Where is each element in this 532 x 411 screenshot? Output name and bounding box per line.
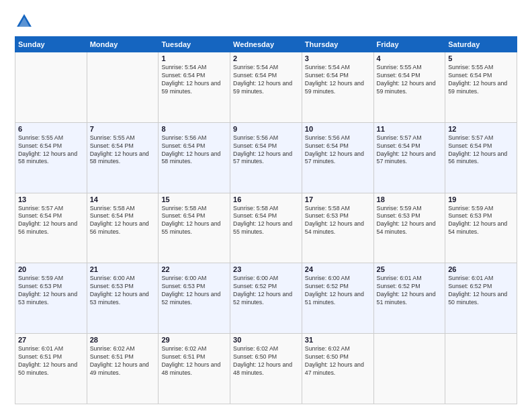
day-info: Sunrise: 5:56 AMSunset: 6:54 PMDaylight:… [161, 134, 227, 167]
day-info: Sunrise: 6:00 AMSunset: 6:53 PMDaylight:… [161, 275, 227, 307]
day-cell: 25Sunrise: 6:01 AMSunset: 6:52 PMDayligh… [373, 263, 445, 334]
day-cell: 1Sunrise: 5:54 AMSunset: 6:54 PMDaylight… [159, 52, 230, 123]
day-number: 25 [377, 265, 443, 273]
day-cell: 2Sunrise: 5:54 AMSunset: 6:54 PMDaylight… [230, 52, 302, 123]
col-header-monday: Monday [87, 37, 159, 52]
day-info: Sunrise: 5:58 AMSunset: 6:53 PMDaylight:… [305, 205, 371, 237]
day-info: Sunrise: 5:59 AMSunset: 6:53 PMDaylight:… [377, 205, 443, 237]
day-cell [15, 52, 87, 123]
day-info: Sunrise: 5:56 AMSunset: 6:54 PMDaylight:… [233, 134, 299, 167]
day-info: Sunrise: 5:57 AMSunset: 6:54 PMDaylight:… [448, 134, 514, 167]
day-number: 21 [90, 265, 156, 273]
day-cell: 24Sunrise: 6:00 AMSunset: 6:52 PMDayligh… [302, 263, 373, 334]
day-cell [445, 334, 517, 404]
day-info: Sunrise: 6:02 AMSunset: 6:51 PMDaylight:… [161, 345, 227, 377]
day-cell: 28Sunrise: 6:02 AMSunset: 6:51 PMDayligh… [87, 334, 159, 404]
col-header-saturday: Saturday [445, 37, 517, 52]
day-number: 9 [233, 125, 299, 133]
day-cell: 14Sunrise: 5:58 AMSunset: 6:54 PMDayligh… [87, 193, 159, 263]
day-cell: 22Sunrise: 6:00 AMSunset: 6:53 PMDayligh… [159, 263, 230, 334]
header [15, 12, 517, 31]
day-info: Sunrise: 5:58 AMSunset: 6:54 PMDaylight:… [233, 205, 299, 237]
day-info: Sunrise: 6:02 AMSunset: 6:50 PMDaylight:… [305, 345, 371, 377]
day-number: 24 [305, 265, 371, 273]
day-cell: 11Sunrise: 5:57 AMSunset: 6:54 PMDayligh… [373, 122, 445, 193]
day-number: 10 [305, 125, 371, 133]
day-cell: 30Sunrise: 6:02 AMSunset: 6:50 PMDayligh… [230, 334, 302, 404]
day-number: 5 [448, 54, 514, 62]
col-header-wednesday: Wednesday [230, 37, 302, 52]
calendar-body: 1Sunrise: 5:54 AMSunset: 6:54 PMDaylight… [15, 52, 517, 404]
day-cell: 17Sunrise: 5:58 AMSunset: 6:53 PMDayligh… [302, 193, 373, 263]
day-cell: 23Sunrise: 6:00 AMSunset: 6:52 PMDayligh… [230, 263, 302, 334]
day-info: Sunrise: 5:58 AMSunset: 6:54 PMDaylight:… [161, 205, 227, 237]
week-row-3: 13Sunrise: 5:57 AMSunset: 6:54 PMDayligh… [15, 193, 517, 263]
day-cell: 4Sunrise: 5:55 AMSunset: 6:54 PMDaylight… [373, 52, 445, 123]
day-number: 2 [233, 54, 299, 62]
week-row-1: 1Sunrise: 5:54 AMSunset: 6:54 PMDaylight… [15, 52, 517, 123]
day-number: 28 [90, 336, 156, 344]
day-info: Sunrise: 6:00 AMSunset: 6:53 PMDaylight:… [90, 275, 156, 307]
day-number: 20 [18, 265, 84, 273]
day-info: Sunrise: 5:55 AMSunset: 6:54 PMDaylight:… [90, 134, 156, 167]
day-number: 15 [161, 195, 227, 203]
week-row-2: 6Sunrise: 5:55 AMSunset: 6:54 PMDaylight… [15, 122, 517, 193]
day-info: Sunrise: 5:57 AMSunset: 6:54 PMDaylight:… [18, 205, 84, 237]
day-info: Sunrise: 5:54 AMSunset: 6:54 PMDaylight:… [161, 64, 227, 96]
day-number: 1 [161, 54, 227, 62]
day-number: 3 [305, 54, 371, 62]
day-cell: 13Sunrise: 5:57 AMSunset: 6:54 PMDayligh… [15, 193, 87, 263]
day-cell: 26Sunrise: 6:01 AMSunset: 6:52 PMDayligh… [445, 263, 517, 334]
day-cell: 16Sunrise: 5:58 AMSunset: 6:54 PMDayligh… [230, 193, 302, 263]
day-info: Sunrise: 6:01 AMSunset: 6:52 PMDaylight:… [377, 275, 443, 307]
calendar: SundayMondayTuesdayWednesdayThursdayFrid… [15, 36, 517, 404]
day-number: 6 [18, 125, 84, 133]
day-number: 11 [377, 125, 443, 133]
header-row: SundayMondayTuesdayWednesdayThursdayFrid… [15, 37, 517, 52]
day-number: 17 [305, 195, 371, 203]
day-cell: 7Sunrise: 5:55 AMSunset: 6:54 PMDaylight… [87, 122, 159, 193]
day-number: 23 [233, 265, 299, 273]
day-info: Sunrise: 6:02 AMSunset: 6:51 PMDaylight:… [90, 345, 156, 377]
day-info: Sunrise: 5:58 AMSunset: 6:54 PMDaylight:… [90, 205, 156, 237]
day-info: Sunrise: 5:56 AMSunset: 6:54 PMDaylight:… [305, 134, 371, 167]
col-header-friday: Friday [373, 37, 445, 52]
day-number: 4 [377, 54, 443, 62]
day-cell: 27Sunrise: 6:01 AMSunset: 6:51 PMDayligh… [15, 334, 87, 404]
day-info: Sunrise: 5:55 AMSunset: 6:54 PMDaylight:… [448, 64, 514, 96]
day-cell [87, 52, 159, 123]
day-number: 8 [161, 125, 227, 133]
day-info: Sunrise: 5:55 AMSunset: 6:54 PMDaylight:… [377, 64, 443, 96]
day-number: 7 [90, 125, 156, 133]
day-cell: 6Sunrise: 5:55 AMSunset: 6:54 PMDaylight… [15, 122, 87, 193]
day-cell: 10Sunrise: 5:56 AMSunset: 6:54 PMDayligh… [302, 122, 373, 193]
day-cell: 12Sunrise: 5:57 AMSunset: 6:54 PMDayligh… [445, 122, 517, 193]
day-info: Sunrise: 6:00 AMSunset: 6:52 PMDaylight:… [233, 275, 299, 307]
day-info: Sunrise: 6:00 AMSunset: 6:52 PMDaylight:… [305, 275, 371, 307]
day-number: 26 [448, 265, 514, 273]
day-cell: 15Sunrise: 5:58 AMSunset: 6:54 PMDayligh… [159, 193, 230, 263]
day-info: Sunrise: 5:55 AMSunset: 6:54 PMDaylight:… [18, 134, 84, 167]
day-number: 16 [233, 195, 299, 203]
day-cell [373, 334, 445, 404]
day-number: 31 [305, 336, 371, 344]
day-cell: 20Sunrise: 5:59 AMSunset: 6:53 PMDayligh… [15, 263, 87, 334]
day-info: Sunrise: 5:59 AMSunset: 6:53 PMDaylight:… [448, 205, 514, 237]
day-number: 22 [161, 265, 227, 273]
day-cell: 21Sunrise: 6:00 AMSunset: 6:53 PMDayligh… [87, 263, 159, 334]
day-cell: 5Sunrise: 5:55 AMSunset: 6:54 PMDaylight… [445, 52, 517, 123]
day-number: 27 [18, 336, 84, 344]
week-row-4: 20Sunrise: 5:59 AMSunset: 6:53 PMDayligh… [15, 263, 517, 334]
day-cell: 8Sunrise: 5:56 AMSunset: 6:54 PMDaylight… [159, 122, 230, 193]
day-number: 12 [448, 125, 514, 133]
logo-icon [15, 12, 34, 31]
day-info: Sunrise: 5:57 AMSunset: 6:54 PMDaylight:… [377, 134, 443, 167]
day-info: Sunrise: 5:59 AMSunset: 6:53 PMDaylight:… [18, 275, 84, 307]
day-info: Sunrise: 5:54 AMSunset: 6:54 PMDaylight:… [233, 64, 299, 96]
day-info: Sunrise: 6:01 AMSunset: 6:52 PMDaylight:… [448, 275, 514, 307]
calendar-header: SundayMondayTuesdayWednesdayThursdayFrid… [15, 37, 517, 52]
col-header-thursday: Thursday [302, 37, 373, 52]
day-number: 13 [18, 195, 84, 203]
day-cell: 3Sunrise: 5:54 AMSunset: 6:54 PMDaylight… [302, 52, 373, 123]
logo [15, 12, 36, 31]
